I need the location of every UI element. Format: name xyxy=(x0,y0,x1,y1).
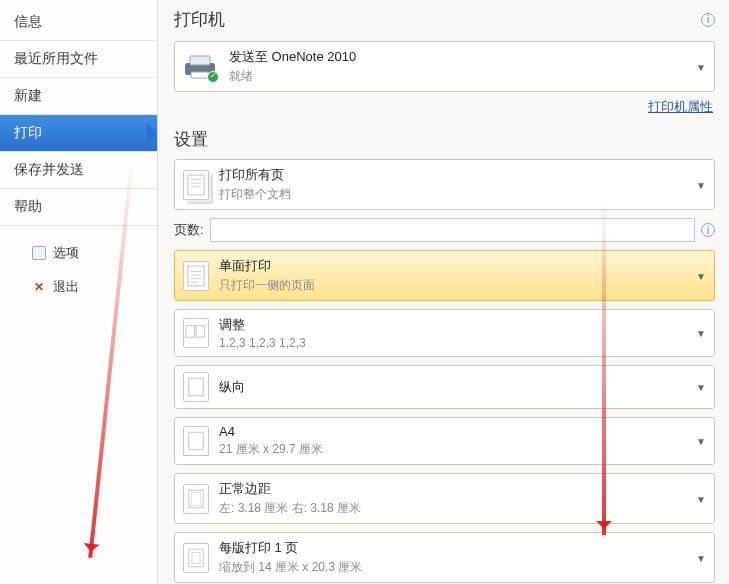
sidebar-item-help[interactable]: 帮助 xyxy=(0,189,157,226)
chevron-down-icon: ▼ xyxy=(696,493,706,504)
print-sides-title: 单面打印 xyxy=(219,257,315,275)
paper-size-icon xyxy=(183,426,209,456)
margins-selector[interactable]: 正常边距 左: 3.18 厘米 右: 3.18 厘米 ▼ xyxy=(174,473,715,524)
paper-size-selector[interactable]: A4 21 厘米 x 29.7 厘米 ▼ xyxy=(174,417,715,465)
pages-label: 页数: xyxy=(174,221,204,239)
pages-per-sheet-selector[interactable]: 每版打印 1 页 缩放到 14 厘米 x 20.3 厘米 ▼ xyxy=(174,532,715,583)
sidebar-item-save-send[interactable]: 保存并发送 xyxy=(0,152,157,189)
chevron-down-icon: ▼ xyxy=(696,552,706,563)
pages-stack-icon xyxy=(183,170,209,200)
orientation-title: 纵向 xyxy=(219,378,245,396)
printer-status-ok-icon xyxy=(207,71,219,83)
collate-selector[interactable]: 调整 1,2,3 1,2,3 1,2,3 ▼ xyxy=(174,309,715,357)
sidebar-item-new[interactable]: 新建 xyxy=(0,78,157,115)
printer-properties-link[interactable]: 打印机属性 xyxy=(648,99,713,114)
svg-rect-18 xyxy=(189,549,203,567)
chevron-down-icon: ▼ xyxy=(696,179,706,190)
pages-per-sheet-icon xyxy=(183,543,209,573)
sidebar-exit-label: 退出 xyxy=(53,278,79,296)
margins-icon xyxy=(183,484,209,514)
portrait-icon xyxy=(183,372,209,402)
backstage-sidebar: 信息 最近所用文件 新建 打印 保存并发送 帮助 选项 ✕ 退出 xyxy=(0,0,158,584)
printer-selector[interactable]: 发送至 OneNote 2010 就绪 ▼ xyxy=(174,41,715,92)
chevron-down-icon: ▼ xyxy=(696,328,706,339)
printer-heading: 打印机 xyxy=(174,8,225,31)
collate-title: 调整 xyxy=(219,316,306,334)
print-sides-selector[interactable]: 单面打印 只打印一侧的页面 ▼ xyxy=(174,250,715,301)
print-range-title: 打印所有页 xyxy=(219,166,291,184)
svg-rect-14 xyxy=(189,378,203,396)
margins-sub: 左: 3.18 厘米 右: 3.18 厘米 xyxy=(219,500,361,517)
sidebar-item-print[interactable]: 打印 xyxy=(0,115,157,152)
chevron-down-icon: ▼ xyxy=(696,270,706,281)
svg-rect-1 xyxy=(190,56,210,65)
chevron-down-icon: ▼ xyxy=(696,436,706,447)
svg-rect-7 xyxy=(188,266,204,286)
print-range-selector[interactable]: 打印所有页 打印整个文档 ▼ xyxy=(174,159,715,210)
printer-name: 发送至 OneNote 2010 xyxy=(229,48,356,66)
collate-sub: 1,2,3 1,2,3 1,2,3 xyxy=(219,336,306,350)
pages-per-sheet-title: 每版打印 1 页 xyxy=(219,539,362,557)
print-range-sub: 打印整个文档 xyxy=(219,186,291,203)
sidebar-options-label: 选项 xyxy=(53,244,79,262)
sidebar-item-recent[interactable]: 最近所用文件 xyxy=(0,41,157,78)
single-side-icon xyxy=(183,261,209,291)
annotation-arrow-right xyxy=(602,200,606,535)
margins-title: 正常边距 xyxy=(219,480,361,498)
printer-icon xyxy=(183,54,217,80)
options-icon xyxy=(32,246,46,260)
collate-icon xyxy=(183,318,209,348)
svg-rect-15 xyxy=(189,432,203,450)
print-settings-panel: 打印机 i 发送至 OneNote 2010 就绪 ▼ 打印机属性 xyxy=(158,0,729,584)
paper-size-title: A4 xyxy=(219,424,323,439)
svg-rect-13 xyxy=(196,326,204,338)
settings-heading: 设置 xyxy=(174,128,208,151)
svg-rect-12 xyxy=(186,326,194,338)
exit-icon: ✕ xyxy=(32,280,46,294)
sidebar-item-info[interactable]: 信息 xyxy=(0,4,157,41)
svg-rect-3 xyxy=(188,175,204,195)
chevron-down-icon: ▼ xyxy=(696,61,706,72)
printer-info-icon[interactable]: i xyxy=(701,13,715,27)
orientation-selector[interactable]: 纵向 ▼ xyxy=(174,365,715,409)
sidebar-options[interactable]: 选项 xyxy=(0,236,157,270)
pages-per-sheet-sub: 缩放到 14 厘米 x 20.3 厘米 xyxy=(219,559,362,576)
print-sides-sub: 只打印一侧的页面 xyxy=(219,277,315,294)
sidebar-exit[interactable]: ✕ 退出 xyxy=(0,270,157,304)
pages-input[interactable] xyxy=(210,218,695,242)
pages-info-icon[interactable]: i xyxy=(701,223,715,237)
chevron-down-icon: ▼ xyxy=(696,382,706,393)
paper-size-sub: 21 厘米 x 29.7 厘米 xyxy=(219,441,323,458)
printer-status: 就绪 xyxy=(229,68,356,85)
